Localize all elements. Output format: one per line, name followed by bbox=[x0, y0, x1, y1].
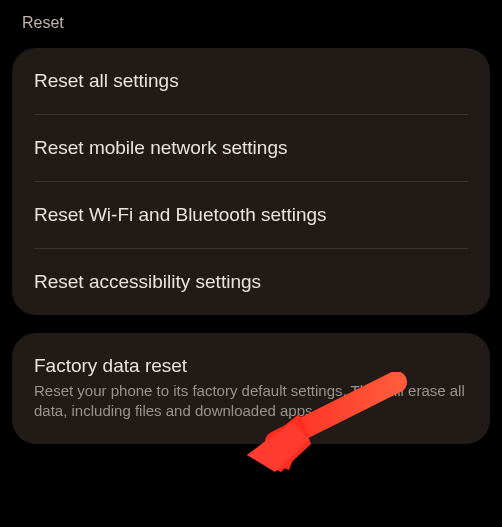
reset-all-settings-item[interactable]: Reset all settings bbox=[12, 48, 490, 114]
section-header: Reset bbox=[0, 0, 502, 42]
reset-wifi-bluetooth-item[interactable]: Reset Wi-Fi and Bluetooth settings bbox=[12, 182, 490, 248]
factory-data-reset-item[interactable]: Factory data reset Reset your phone to i… bbox=[12, 333, 490, 444]
item-subtitle: Reset your phone to its factory default … bbox=[34, 381, 468, 422]
reset-mobile-network-item[interactable]: Reset mobile network settings bbox=[12, 115, 490, 181]
item-title: Reset mobile network settings bbox=[34, 137, 468, 159]
section-title: Reset bbox=[22, 14, 480, 32]
item-title: Reset all settings bbox=[34, 70, 468, 92]
reset-options-card: Reset all settings Reset mobile network … bbox=[12, 48, 490, 315]
item-title: Reset Wi-Fi and Bluetooth settings bbox=[34, 204, 468, 226]
reset-accessibility-item[interactable]: Reset accessibility settings bbox=[12, 249, 490, 315]
item-title: Factory data reset bbox=[34, 355, 468, 377]
item-title: Reset accessibility settings bbox=[34, 271, 468, 293]
factory-reset-card: Factory data reset Reset your phone to i… bbox=[12, 333, 490, 444]
